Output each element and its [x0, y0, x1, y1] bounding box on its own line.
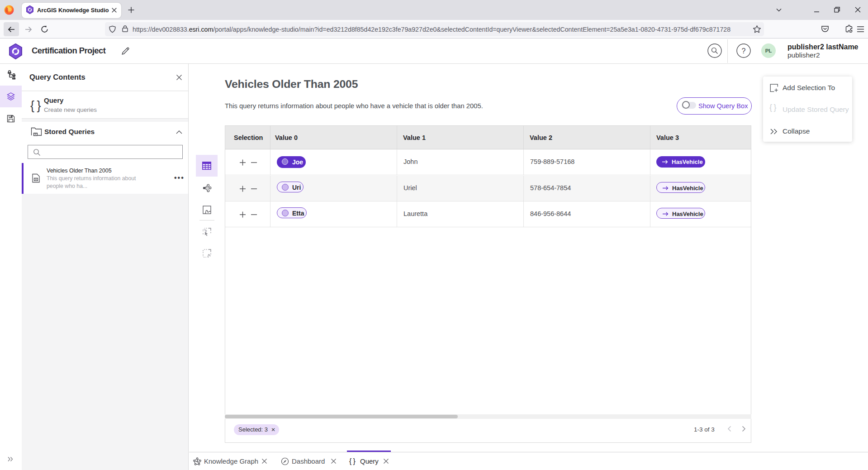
svg-text:{ }: { } — [30, 99, 41, 112]
svg-text:?: ? — [742, 47, 746, 55]
